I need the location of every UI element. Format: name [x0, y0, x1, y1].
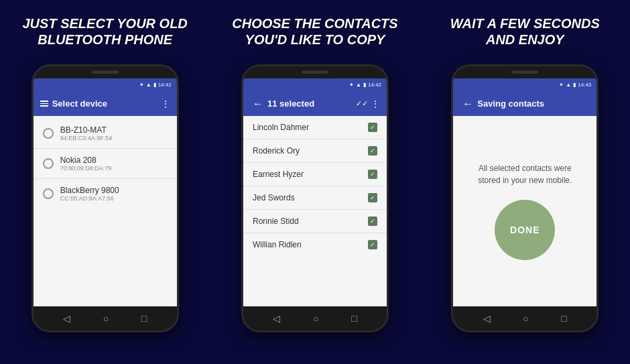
phone-3-content: All selected contacts were stored in you… [453, 116, 596, 306]
done-button[interactable]: DONE [495, 200, 555, 260]
device-item-0[interactable]: BB-Z10-MAT 94:EB:C0:4A:9F:54 [34, 119, 177, 149]
phone-2-status-bar: ✦ ▲ ▮ 14:42 [243, 78, 387, 92]
contact-name-0: Lincoln Dahmer [253, 123, 309, 132]
checkbox-0[interactable] [368, 123, 377, 132]
phone-3-status-icons: ✦ ▲ ▮ 14:43 [559, 82, 591, 88]
phone-1-bottom: ◁ ○ □ [34, 306, 177, 330]
device-item-2[interactable]: BlackBerry 9800 CC:55:AD:8A:A7:56 [34, 179, 177, 208]
contact-name-1: Roderick Ory [253, 146, 300, 156]
contact-item-2[interactable]: Earnest Hyzer [243, 163, 387, 186]
phone-1-status-icons: ✦ ▲ ▮ 14:42 [139, 82, 172, 88]
panel-2-title: CHOOSE THE CONTACTSYOU'D LIKE TO COPY [232, 8, 397, 55]
saving-content: All selected contacts were stored in you… [453, 116, 596, 306]
panel-1-title: JUST SELECT YOUR OLDBLUETOOTH PHONE [22, 8, 187, 55]
back-arrow-2[interactable]: ← [253, 98, 263, 110]
signal-icon-2: ▲ [356, 82, 361, 88]
phone-1-content: BB-Z10-MAT 94:EB:C0:4A:9F:54 Nokia 208 7… [34, 116, 177, 306]
checkbox-2[interactable] [368, 170, 377, 179]
battery-icon-2: ▮ [363, 82, 366, 88]
battery-icon: ▮ [153, 82, 156, 88]
contact-item-4[interactable]: Ronnie Stidd [243, 210, 387, 233]
back-arrow-3[interactable]: ← [462, 98, 473, 110]
bluetooth-icon-2: ✦ [349, 82, 354, 88]
phone-2-content: Lincoln Dahmer Roderick Ory Earnest Hyze… [243, 116, 387, 306]
contact-name-3: Jed Swords [253, 193, 295, 202]
contact-item-0[interactable]: Lincoln Dahmer [243, 116, 387, 139]
phone-3-bottom: ◁ ○ □ [453, 306, 596, 330]
back-btn-3[interactable]: ◁ [483, 313, 491, 324]
home-btn-2[interactable]: ○ [313, 313, 318, 324]
device-info-2: BlackBerry 9800 CC:55:AD:8A:A7:56 [60, 186, 119, 202]
device-name-2: BlackBerry 9800 [60, 186, 119, 195]
phone-3-app-bar: ← Saving contacts [453, 92, 596, 116]
more-icon-2[interactable]: ⋮ [371, 99, 380, 109]
phone-3: ✦ ▲ ▮ 14:43 ← Saving contacts All select… [451, 64, 598, 332]
back-btn-2[interactable]: ◁ [273, 313, 280, 324]
more-icon-1[interactable]: ⋮ [161, 99, 170, 109]
phone-2: ✦ ▲ ▮ 14:42 ← 11 selected ✓✓ ⋮ Lincoln D… [241, 64, 389, 332]
device-name-0: BB-Z10-MAT [60, 125, 113, 135]
checkbox-5[interactable] [368, 240, 377, 249]
radio-2[interactable] [43, 188, 54, 199]
saving-message: All selected contacts were stored in you… [466, 162, 583, 186]
phone-3-title: Saving contacts [477, 99, 590, 109]
phone-1-title: Select device [52, 99, 158, 109]
check-all-icon[interactable]: ✓✓ [356, 99, 368, 108]
checkbox-3[interactable] [368, 193, 377, 202]
contact-item-1[interactable]: Roderick Ory [243, 139, 387, 163]
radio-0[interactable] [43, 128, 54, 139]
time-3: 14:43 [578, 82, 591, 88]
phone-1: ✦ ▲ ▮ 14:42 Select device ⋮ BB-Z10-MAT 9… [32, 64, 179, 332]
phone-1-app-bar: Select device ⋮ [34, 92, 177, 116]
contact-item-3[interactable]: Jed Swords [243, 186, 387, 210]
phone-2-title: 11 selected [267, 99, 353, 109]
phone-2-speaker [302, 70, 328, 74]
contact-item-5[interactable]: Willian Ridlen [243, 233, 387, 256]
panel-3: WAIT A FEW SECONDSAND ENJOY ✦ ▲ ▮ 14:43 … [424, 8, 625, 357]
hamburger-icon[interactable] [40, 101, 48, 107]
phone-2-status-icons: ✦ ▲ ▮ 14:42 [349, 82, 381, 88]
phone-1-top-bar [34, 66, 177, 78]
recents-btn-1[interactable]: □ [141, 313, 147, 324]
back-btn-1[interactable]: ◁ [63, 313, 70, 324]
device-item-1[interactable]: Nokia 208 70:80:09:D8:DA:79 [34, 149, 177, 179]
phone-3-status-bar: ✦ ▲ ▮ 14:43 [453, 78, 596, 92]
device-info-0: BB-Z10-MAT 94:EB:C0:4A:9F:54 [60, 125, 113, 141]
phone-2-top-bar [243, 66, 387, 78]
phone-1-status-bar: ✦ ▲ ▮ 14:42 [34, 78, 177, 92]
bluetooth-icon-3: ✦ [559, 82, 564, 88]
signal-icon: ▲ [146, 82, 151, 88]
panel-3-title: WAIT A FEW SECONDSAND ENJOY [450, 8, 600, 55]
home-btn-1[interactable]: ○ [103, 313, 109, 324]
contact-list: Lincoln Dahmer Roderick Ory Earnest Hyze… [243, 116, 387, 256]
time-2: 14:42 [368, 82, 381, 88]
device-mac-1: 70:80:09:D8:DA:79 [60, 165, 112, 172]
phone-2-app-bar: ← 11 selected ✓✓ ⋮ [243, 92, 387, 116]
bluetooth-icon: ✦ [139, 82, 144, 88]
battery-icon-3: ▮ [573, 82, 576, 88]
contact-name-2: Earnest Hyzer [253, 170, 304, 179]
recents-btn-3[interactable]: □ [562, 313, 567, 324]
panel-2: CHOOSE THE CONTACTSYOU'D LIKE TO COPY ✦ … [214, 8, 416, 357]
time-1: 14:42 [158, 82, 172, 88]
phone-3-top-bar [453, 66, 596, 78]
home-btn-3[interactable]: ○ [523, 313, 528, 324]
done-label: DONE [510, 225, 540, 235]
device-name-1: Nokia 208 [60, 156, 112, 165]
phone-1-speaker [92, 70, 119, 74]
checkbox-4[interactable] [368, 217, 377, 226]
contact-name-5: Willian Ridlen [253, 240, 302, 249]
device-list: BB-Z10-MAT 94:EB:C0:4A:9F:54 Nokia 208 7… [34, 116, 177, 211]
radio-1[interactable] [43, 158, 54, 169]
recents-btn-2[interactable]: □ [351, 313, 357, 324]
contact-name-4: Ronnie Stidd [253, 217, 299, 226]
device-mac-2: CC:55:AD:8A:A7:56 [60, 195, 119, 202]
signal-icon-3: ▲ [566, 82, 571, 88]
panel-1: JUST SELECT YOUR OLDBLUETOOTH PHONE ✦ ▲ … [5, 8, 206, 357]
checkbox-1[interactable] [368, 146, 377, 156]
device-info-1: Nokia 208 70:80:09:D8:DA:79 [60, 156, 112, 172]
phone-3-speaker [511, 70, 538, 74]
device-mac-0: 94:EB:C0:4A:9F:54 [60, 135, 113, 141]
phone-2-bottom: ◁ ○ □ [243, 306, 387, 330]
